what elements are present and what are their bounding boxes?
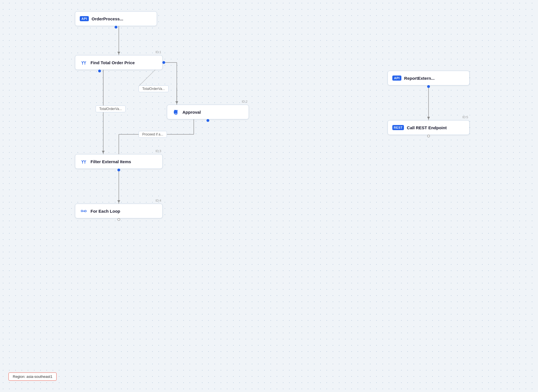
dot-call-rest-bottom-empty	[427, 135, 430, 137]
dot-approval-bottom	[206, 119, 209, 122]
hand-icon-approval	[172, 108, 180, 116]
node-call-rest-id: ID:5	[462, 115, 468, 119]
connector-proceed-if: Proceed if a...	[139, 131, 167, 138]
filter-icon-external	[80, 158, 88, 165]
node-order-process[interactable]: API OrderProcess...	[75, 11, 157, 26]
region-badge: Region: asia-southeast1	[8, 372, 57, 381]
svg-marker-1	[117, 52, 120, 54]
connector-totalorderva-left: TotalOrderVa...	[96, 105, 126, 112]
node-call-rest[interactable]: ID:5 REST Call REST Endpoint	[388, 120, 470, 135]
api-badge-report: API	[392, 76, 401, 81]
svg-marker-3	[102, 151, 105, 153]
region-label: Region: asia-southeast1	[13, 374, 52, 379]
node-find-total[interactable]: ID:1 Find Total Order Price	[75, 55, 163, 70]
node-report-extern-label: ReportExtern...	[404, 76, 435, 81]
dot-for-each-bottom-empty	[117, 218, 120, 221]
node-report-extern[interactable]: API ReportExtern...	[388, 71, 470, 85]
api-badge-order: API	[80, 16, 89, 21]
flow-canvas: API OrderProcess... ID:1 Find Total Orde…	[0, 0, 538, 392]
svg-marker-6	[175, 101, 178, 104]
rest-badge: REST	[392, 125, 404, 130]
node-order-process-label: OrderProcess...	[92, 16, 123, 21]
svg-rect-25	[174, 113, 177, 114]
dot-find-total-right	[162, 61, 165, 64]
svg-marker-12	[117, 200, 120, 203]
filter-icon-find-total	[80, 59, 88, 66]
svg-rect-21	[175, 110, 175, 113]
node-find-total-id: ID:1	[156, 50, 161, 54]
node-approval-label: Approval	[182, 110, 201, 115]
node-filter-external[interactable]: ID:3 Filter External Items	[75, 154, 163, 169]
dot-filter-external-bottom	[117, 169, 120, 171]
loop-icon	[80, 207, 88, 215]
node-call-rest-label: Call REST Endpoint	[407, 125, 447, 130]
dot-report-extern-bottom	[427, 85, 430, 88]
node-for-each-label: For Each Loop	[91, 209, 120, 214]
connector-totalorderva-top: TotalOrderVa...	[139, 85, 169, 92]
node-filter-external-label: Filter External Items	[91, 159, 131, 164]
svg-marker-14	[427, 117, 430, 119]
node-filter-external-id: ID:3	[156, 149, 161, 153]
dot-find-total-bottom	[98, 70, 101, 72]
node-approval-id: ID:2	[242, 100, 248, 103]
dot-order-bottom	[115, 26, 117, 29]
node-find-total-label: Find Total Order Price	[91, 60, 135, 65]
node-approval[interactable]: ID:2 Approval	[167, 105, 249, 119]
node-for-each-loop[interactable]: ID:4 For Each Loop	[75, 204, 163, 218]
node-for-each-id: ID:4	[156, 199, 161, 202]
